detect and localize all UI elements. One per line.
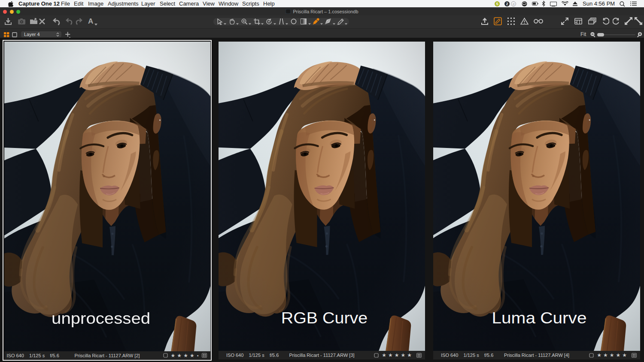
- svg-text:d: d: [513, 2, 514, 6]
- svg-text:S: S: [496, 2, 498, 6]
- svg-text:RGB Curve: RGB Curve: [281, 309, 368, 327]
- svg-text:unprocessed: unprocessed: [52, 309, 150, 327]
- svg-text:Luma Curve: Luma Curve: [492, 309, 587, 327]
- svg-text:2: 2: [506, 2, 508, 6]
